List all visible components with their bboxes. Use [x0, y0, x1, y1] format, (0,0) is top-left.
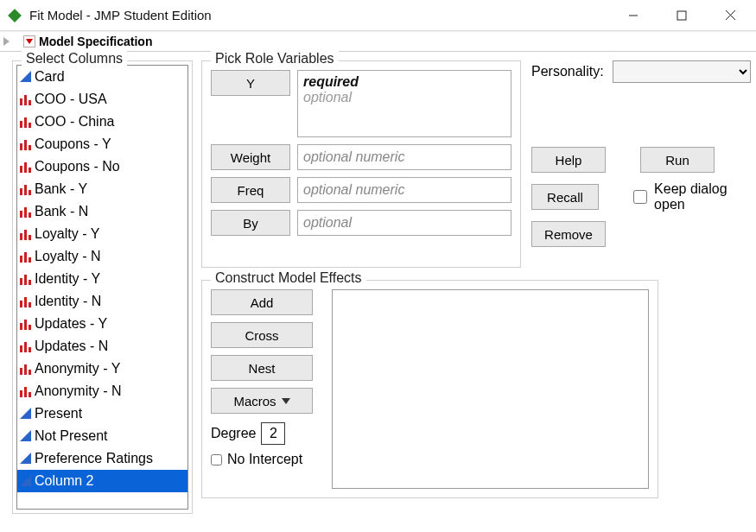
svg-rect-26 [29, 235, 31, 240]
column-item[interactable]: Anonymity - Y [17, 358, 187, 380]
column-item-label: Bank - Y [35, 181, 87, 197]
nominal-icon [19, 362, 33, 376]
svg-rect-44 [29, 370, 31, 375]
cross-button[interactable]: Cross [211, 322, 313, 348]
svg-rect-39 [20, 345, 22, 352]
freq-button[interactable]: Freq [211, 177, 290, 203]
svg-rect-6 [20, 98, 22, 105]
weight-button[interactable]: Weight [211, 144, 290, 170]
column-item-label: Not Present [35, 428, 107, 444]
minimize-button[interactable] [609, 0, 658, 31]
column-item[interactable]: COO - China [17, 111, 187, 133]
column-item-label: Anonymity - N [35, 383, 121, 399]
by-button[interactable]: By [211, 210, 290, 236]
freq-slot[interactable]: optional numeric [297, 177, 511, 203]
column-item[interactable]: COO - USA [17, 88, 187, 111]
remove-button[interactable]: Remove [531, 221, 606, 247]
select-columns-legend: Select Columns [22, 51, 127, 66]
column-item-label: Card [35, 69, 65, 85]
macros-button[interactable]: Macros [211, 388, 313, 414]
svg-rect-23 [29, 212, 31, 218]
column-item[interactable]: Identity - N [17, 290, 187, 313]
svg-rect-41 [29, 347, 31, 352]
nominal-icon [19, 137, 33, 151]
svg-rect-17 [29, 168, 31, 173]
help-button[interactable]: Help [531, 147, 606, 173]
column-item-label: Coupons - No [35, 159, 120, 174]
y-slot[interactable]: required optional [297, 70, 511, 137]
column-item[interactable]: Column 2 [17, 470, 187, 492]
run-button[interactable]: Run [640, 147, 715, 173]
column-item[interactable]: Loyalty - Y [17, 223, 187, 245]
y-button[interactable]: Y [211, 70, 290, 96]
svg-marker-50 [20, 453, 31, 464]
svg-rect-24 [20, 233, 22, 240]
window-title: Fit Model - JMP Student Edition [29, 8, 609, 22]
degree-label: Degree [211, 426, 256, 441]
by-slot[interactable]: optional [297, 210, 511, 236]
column-item-label: Bank - N [35, 204, 88, 219]
outline-title: Model Specification [39, 35, 152, 48]
add-button[interactable]: Add [211, 289, 313, 315]
nominal-icon [19, 160, 33, 174]
column-item[interactable]: Coupons - Y [17, 133, 187, 155]
keep-open-checkbox[interactable] [633, 189, 647, 205]
svg-rect-19 [24, 185, 27, 195]
column-item[interactable]: Not Present [17, 425, 187, 447]
svg-rect-43 [24, 364, 27, 375]
column-item[interactable]: Anonymity - N [17, 380, 187, 402]
column-item[interactable]: Card [17, 66, 187, 88]
svg-rect-15 [20, 166, 22, 173]
column-item[interactable]: Identity - Y [17, 268, 187, 290]
svg-rect-27 [20, 256, 22, 263]
column-item[interactable]: Bank - N [17, 200, 187, 223]
column-item-label: Updates - N [35, 339, 108, 354]
column-item-label: Identity - N [35, 294, 101, 309]
degree-input[interactable] [261, 422, 285, 445]
nominal-icon [19, 182, 33, 196]
svg-rect-28 [24, 252, 27, 263]
column-item-label: Preference Ratings [35, 451, 153, 466]
nominal-icon [19, 272, 33, 286]
column-item-label: Column 2 [35, 473, 93, 489]
column-item[interactable]: Bank - Y [17, 178, 187, 200]
titlebar: Fit Model - JMP Student Edition [0, 0, 756, 31]
nest-button[interactable]: Nest [211, 355, 313, 381]
svg-rect-45 [20, 390, 22, 397]
nominal-icon [19, 115, 33, 129]
column-item[interactable]: Loyalty - N [17, 245, 187, 268]
column-item-label: COO - China [35, 114, 114, 130]
close-button[interactable] [706, 0, 754, 31]
recall-button[interactable]: Recall [531, 184, 599, 210]
svg-marker-48 [20, 408, 31, 419]
nominal-icon [19, 317, 33, 331]
disclosure-red-icon[interactable] [23, 35, 35, 48]
ordinal-icon [19, 429, 33, 443]
column-item-label: Updates - Y [35, 316, 107, 332]
svg-rect-47 [29, 392, 31, 397]
svg-rect-18 [20, 188, 22, 195]
maximize-button[interactable] [658, 0, 706, 31]
svg-marker-51 [20, 475, 31, 486]
outline-header[interactable]: Model Specification [0, 31, 756, 52]
no-intercept-checkbox[interactable] [211, 454, 222, 466]
svg-rect-25 [24, 230, 27, 240]
svg-rect-34 [24, 297, 27, 307]
column-item[interactable]: Coupons - No [17, 155, 187, 178]
personality-select[interactable] [613, 60, 751, 83]
column-item[interactable]: Updates - Y [17, 313, 187, 335]
no-intercept-label: No Intercept [227, 452, 302, 467]
svg-marker-5 [20, 71, 31, 82]
column-item[interactable]: Preference Ratings [17, 447, 187, 470]
svg-rect-13 [24, 140, 27, 150]
weight-slot[interactable]: optional numeric [297, 144, 511, 170]
column-item[interactable]: Present [17, 402, 187, 425]
svg-marker-49 [20, 430, 31, 441]
columns-listbox[interactable]: CardCOO - USACOO - ChinaCoupons - YCoupo… [16, 65, 188, 510]
effects-listbox[interactable] [332, 289, 649, 489]
svg-rect-36 [20, 323, 22, 330]
svg-rect-8 [29, 100, 31, 105]
column-item[interactable]: Updates - N [17, 335, 187, 358]
nominal-icon [19, 250, 33, 263]
construct-effects-legend: Construct Model Effects [211, 270, 366, 286]
